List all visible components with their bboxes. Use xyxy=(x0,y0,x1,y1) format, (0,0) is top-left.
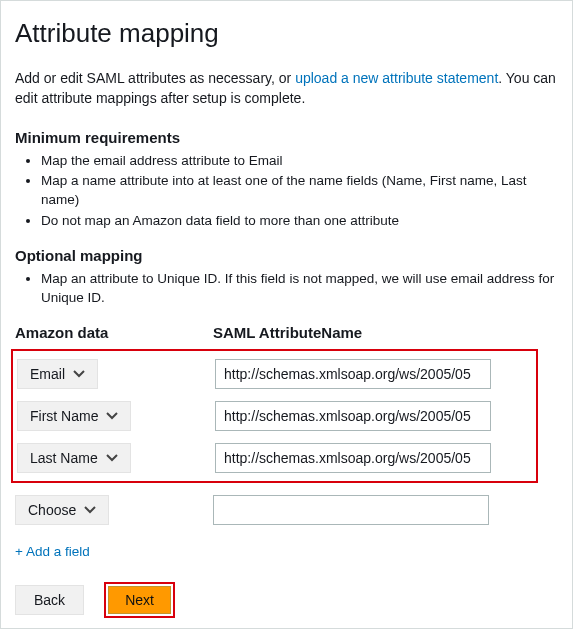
chevron-down-icon xyxy=(106,454,118,462)
amazon-data-dropdown-email[interactable]: Email xyxy=(17,359,98,389)
column-header-saml: SAML AttributeName xyxy=(213,322,558,349)
add-field-link[interactable]: + Add a field xyxy=(15,543,90,562)
list-item: Map the email address attribute to Email xyxy=(41,152,558,171)
page-title: Attribute mapping xyxy=(15,15,558,51)
table-row: Email xyxy=(17,359,530,389)
next-button[interactable]: Next xyxy=(108,586,171,614)
back-button[interactable]: Back xyxy=(15,585,84,615)
amazon-data-dropdown-firstname[interactable]: First Name xyxy=(17,401,131,431)
amazon-data-dropdown-lastname[interactable]: Last Name xyxy=(17,443,131,473)
list-item: Map an attribute to Unique ID. If this f… xyxy=(41,270,558,308)
optional-list: Map an attribute to Unique ID. If this f… xyxy=(15,270,558,308)
saml-input[interactable] xyxy=(215,443,491,473)
chevron-down-icon xyxy=(106,412,118,420)
table-row: First Name xyxy=(17,401,530,431)
optional-heading: Optional mapping xyxy=(15,245,558,266)
dropdown-label: Choose xyxy=(28,502,76,518)
list-item: Map a name attribute into at least one o… xyxy=(41,172,558,210)
list-item: Do not map an Amazon data field to more … xyxy=(41,212,558,231)
upload-statement-link[interactable]: upload a new attribute statement xyxy=(295,70,498,86)
min-req-heading: Minimum requirements xyxy=(15,127,558,148)
min-req-list: Map the email address attribute to Email… xyxy=(15,152,558,232)
dropdown-label: Last Name xyxy=(30,450,98,466)
dropdown-label: First Name xyxy=(30,408,98,424)
dropdown-label: Email xyxy=(30,366,65,382)
table-row: Choose xyxy=(15,495,538,525)
column-header-amazon-data: Amazon data xyxy=(15,322,213,349)
chevron-down-icon xyxy=(84,506,96,514)
amazon-data-dropdown-choose[interactable]: Choose xyxy=(15,495,109,525)
intro-prefix: Add or edit SAML attributes as necessary… xyxy=(15,70,295,86)
mapping-highlight: Email First Name Last Name xyxy=(11,349,538,483)
chevron-down-icon xyxy=(73,370,85,378)
saml-input[interactable] xyxy=(213,495,489,525)
table-row: Last Name xyxy=(17,443,530,473)
intro-text: Add or edit SAML attributes as necessary… xyxy=(15,69,558,108)
saml-input[interactable] xyxy=(215,401,491,431)
next-highlight: Next xyxy=(104,582,175,618)
saml-input[interactable] xyxy=(215,359,491,389)
